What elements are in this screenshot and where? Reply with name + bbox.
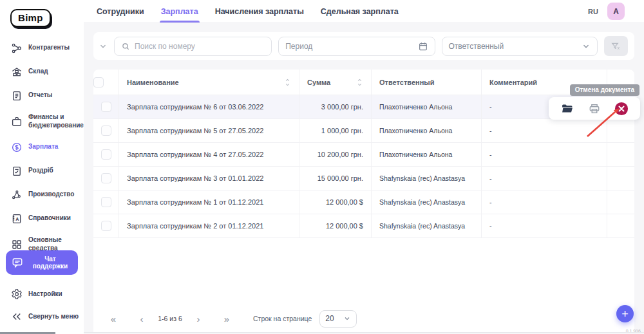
sidebar-nav: Контрагенты Склад Отчеты Финансы и бюдже… bbox=[0, 36, 84, 258]
briefcase-icon bbox=[10, 115, 23, 127]
collapse-menu-label: Свернуть меню bbox=[28, 313, 79, 320]
sidebar-item-label: Зарплата bbox=[28, 143, 58, 151]
tab-salary[interactable]: Зарплата bbox=[161, 0, 198, 23]
table-row[interactable]: Зарплата сотрудникам № 4 от 27.05.2022 1… bbox=[93, 143, 634, 167]
cell-name[interactable]: Зарплата сотрудникам № 4 от 27.05.2022 bbox=[119, 143, 299, 167]
network-icon bbox=[10, 42, 23, 54]
last-page-icon: » bbox=[224, 313, 229, 324]
rows-per-page-select[interactable]: 20 bbox=[319, 310, 357, 328]
production-icon bbox=[10, 189, 23, 201]
row-checkbox[interactable] bbox=[101, 102, 111, 112]
open-document-button[interactable] bbox=[559, 100, 576, 117]
row-checkbox[interactable] bbox=[101, 197, 111, 207]
cell-name[interactable]: Зарплата сотрудникам № 3 от 01.01.2022 bbox=[119, 167, 299, 190]
sidebar-item-label: Роздріб bbox=[28, 167, 53, 175]
search-icon bbox=[121, 42, 130, 51]
filter-clear-icon bbox=[611, 41, 621, 51]
page-tabs: Сотрудники Зарплата Начисления зарплаты … bbox=[97, 0, 399, 23]
pagination-bar: « ‹ 1-6 из 6 › » Строк на странице 20 bbox=[93, 305, 634, 332]
responsible-select[interactable]: Ответственный bbox=[442, 37, 598, 56]
row-checkbox[interactable] bbox=[101, 221, 111, 231]
add-document-button[interactable]: + bbox=[616, 305, 634, 322]
cell-sum: 12 000,00 $ bbox=[299, 190, 372, 214]
table-row[interactable]: Зарплата сотрудникам № 3 от 01.01.2022 1… bbox=[93, 167, 634, 190]
top-bar: Сотрудники Зарплата Начисления зарплаты … bbox=[84, 0, 644, 23]
responsible-select-value: Ответственный bbox=[449, 42, 504, 51]
period-field bbox=[278, 37, 435, 56]
cell-actions bbox=[607, 214, 634, 238]
sidebar-bottom: Чат поддержки Настройки Свернуть меню bbox=[0, 250, 84, 328]
cell-name[interactable]: Зарплата сотрудникам № 2 от 01.12.2021 bbox=[119, 214, 299, 238]
cell-actions bbox=[607, 143, 634, 167]
calendar-icon[interactable] bbox=[418, 41, 428, 51]
cell-responsible: Shafynskaia (rec) Anastasya bbox=[372, 214, 482, 238]
row-checkbox[interactable] bbox=[101, 173, 111, 183]
sort-icon[interactable] bbox=[284, 78, 291, 87]
chevron-down-icon[interactable] bbox=[99, 42, 108, 51]
cell-name[interactable]: Зарплата сотрудникам № 5 от 27.05.2022 bbox=[119, 119, 299, 143]
cell-name[interactable]: Зарплата сотрудникам № 6 от 03.06.2022 bbox=[119, 95, 299, 119]
sidebar-item-retail[interactable]: Роздріб bbox=[0, 159, 84, 183]
row-checkbox[interactable] bbox=[101, 125, 111, 136]
cell-comment: - bbox=[482, 167, 607, 190]
sidebar-item-directories[interactable]: A Справочники bbox=[0, 207, 84, 230]
tab-salary-accruals[interactable]: Начисления зарплаты bbox=[215, 0, 304, 23]
table-row[interactable]: Зарплата сотрудникам № 1 от 01.12.2021 1… bbox=[93, 190, 634, 214]
cell-sum: 10 200,00 грн. bbox=[299, 143, 372, 167]
next-page-icon: › bbox=[197, 313, 200, 324]
cell-comment: - bbox=[482, 214, 607, 238]
cell-name[interactable]: Зарплата сотрудникам № 1 от 01.12.2021 bbox=[119, 190, 299, 214]
sidebar-item-label: Отчеты bbox=[28, 91, 52, 100]
app-logo[interactable]: Bimp bbox=[10, 9, 51, 27]
search-field bbox=[114, 37, 272, 56]
language-switch[interactable]: RU bbox=[588, 8, 598, 15]
cell-sum: 1 000,00 грн. bbox=[299, 119, 372, 143]
avatar[interactable]: A bbox=[607, 3, 625, 20]
last-page-button[interactable]: » bbox=[217, 313, 236, 324]
select-all-checkbox[interactable] bbox=[93, 77, 104, 88]
table-row[interactable]: Зарплата сотрудникам № 5 от 27.05.2022 1… bbox=[93, 119, 634, 143]
clear-filters-button[interactable] bbox=[604, 36, 628, 56]
first-page-button[interactable]: « bbox=[104, 313, 123, 324]
cancel-document-button[interactable] bbox=[613, 100, 630, 117]
period-input[interactable] bbox=[285, 42, 417, 51]
sort-icon[interactable] bbox=[356, 78, 363, 87]
support-chat-button[interactable]: Чат поддержки bbox=[6, 250, 78, 275]
cancel-document-tooltip: Отмена документа bbox=[570, 84, 639, 96]
sidebar-item-salary[interactable]: Зарплата bbox=[0, 135, 84, 159]
cell-sum: 15 000,00 грн. bbox=[299, 167, 372, 190]
settings-label: Настройки bbox=[28, 290, 62, 297]
sidebar-item-warehouse[interactable]: Склад bbox=[0, 60, 84, 84]
folder-open-icon bbox=[561, 102, 574, 115]
table-row[interactable]: Зарплата сотрудникам № 2 от 01.12.2021 1… bbox=[93, 214, 634, 238]
pagination-range: 1-6 из 6 bbox=[155, 315, 185, 322]
tab-employees[interactable]: Сотрудники bbox=[97, 0, 144, 23]
row-checkbox[interactable] bbox=[101, 149, 111, 160]
chevron-down-icon bbox=[343, 315, 351, 322]
cell-responsible: Shafynskaia (rec) Anastasya bbox=[372, 190, 482, 214]
header-name-label: Наименование bbox=[127, 79, 179, 86]
sidebar-item-finance[interactable]: Финансы и бюджетирование bbox=[0, 107, 84, 135]
rows-per-page-label: Строк на странице bbox=[253, 315, 312, 322]
tab-piecework-salary[interactable]: Сдельная зарплата bbox=[321, 0, 399, 23]
search-input[interactable] bbox=[135, 42, 265, 51]
assets-icon bbox=[10, 238, 23, 250]
sidebar-item-label: Склад bbox=[28, 68, 48, 76]
print-document-button[interactable] bbox=[586, 100, 603, 117]
top-right-controls: RU A bbox=[588, 3, 625, 20]
header-responsible: Ответственный bbox=[372, 70, 482, 95]
collapse-menu-button[interactable]: Свернуть меню bbox=[0, 305, 84, 328]
sidebar-item-reports[interactable]: Отчеты bbox=[0, 84, 84, 107]
sidebar-item-settings[interactable]: Настройки bbox=[0, 283, 84, 305]
sidebar-item-production[interactable]: Производство bbox=[0, 183, 84, 207]
sidebar-item-label: Справочники bbox=[28, 214, 71, 223]
header-sum[interactable]: Сумма bbox=[299, 70, 372, 95]
gear-icon bbox=[10, 288, 23, 300]
previous-page-button[interactable]: ‹ bbox=[132, 313, 151, 324]
app-root: Bimp Контрагенты Склад Отчеты bbox=[0, 0, 644, 334]
next-page-button[interactable]: › bbox=[189, 313, 208, 324]
main-content: Сотрудники Зарплата Начисления зарплаты … bbox=[84, 0, 644, 334]
sidebar-item-contractors[interactable]: Контрагенты bbox=[0, 36, 84, 60]
header-sum-label: Сумма bbox=[307, 79, 330, 86]
header-name[interactable]: Наименование bbox=[119, 70, 299, 95]
